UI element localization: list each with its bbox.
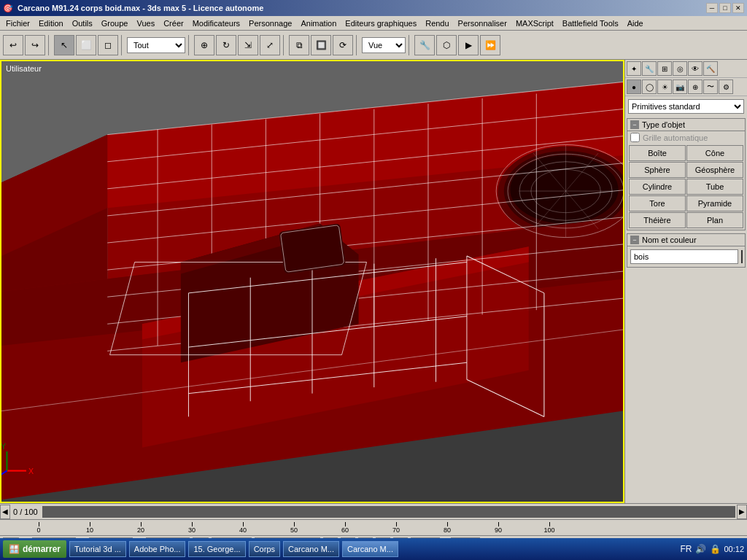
- nom-couleur-collapse[interactable]: −: [630, 236, 639, 244]
- ruler-tick-20: 20: [115, 522, 166, 534]
- menu-item-battlefield-tools[interactable]: Battlefield Tools: [558, 18, 623, 29]
- taskbar-tutorial[interactable]: Tutorial 3d ...: [69, 541, 126, 557]
- geometry-icon[interactable]: ●: [627, 79, 641, 94]
- toolbar-separator-2: [121, 35, 124, 55]
- spacewarps-icon[interactable]: 〜: [703, 79, 718, 94]
- menu-item-personnage[interactable]: Personnage: [244, 18, 296, 29]
- ruler-tick-100: 100: [524, 522, 575, 534]
- render-button[interactable]: ▶: [458, 35, 479, 55]
- redo-button[interactable]: ↪: [25, 35, 45, 55]
- view-dropdown[interactable]: Vue: [362, 37, 406, 53]
- object-name-input[interactable]: [630, 249, 738, 264]
- theiere-button[interactable]: Théière: [629, 212, 686, 228]
- scale-button[interactable]: ⇲: [238, 35, 258, 55]
- plan-button[interactable]: Plan: [686, 212, 743, 228]
- utility-icon[interactable]: 🔨: [703, 61, 718, 76]
- close-button[interactable]: ✕: [732, 3, 744, 13]
- taskbar-time: 00:12: [724, 545, 744, 553]
- menu-item-animation[interactable]: Animation: [296, 18, 341, 29]
- quick-render-button[interactable]: ⏩: [480, 35, 500, 55]
- menu-item-maxscript[interactable]: MAXScript: [511, 18, 558, 29]
- tore-button[interactable]: Tore: [629, 195, 686, 211]
- lights-icon[interactable]: ☀: [657, 79, 672, 94]
- cylindre-button[interactable]: Cylindre: [629, 179, 686, 195]
- taskbar-george[interactable]: 15. George...: [188, 541, 245, 557]
- angle-snap-button[interactable]: ⟳: [333, 35, 353, 55]
- auto-grid-row: Grille automatique: [627, 131, 745, 144]
- cameras-icon[interactable]: 📷: [673, 79, 687, 94]
- timeline-prev[interactable]: ◀: [0, 505, 10, 519]
- sphere-button[interactable]: Sphère: [629, 162, 686, 178]
- timeline-area: ◀ 0 / 100 ▶: [0, 503, 747, 519]
- ruler-tick-90: 90: [473, 522, 524, 534]
- mirror-button[interactable]: ⤢: [260, 35, 280, 55]
- menu-item-fichier[interactable]: Fichier: [1, 18, 34, 29]
- ruler-tick-60: 60: [320, 522, 371, 534]
- modify-icon[interactable]: 🔧: [642, 61, 657, 76]
- start-icon: 🪟: [9, 544, 20, 554]
- timeline-next[interactable]: ▶: [737, 505, 747, 519]
- taskbar-adobe[interactable]: Adobe Pho...: [129, 541, 186, 557]
- shapes-icon[interactable]: ◯: [642, 79, 657, 94]
- ruler-tick-70: 70: [371, 522, 422, 534]
- rotate-button[interactable]: ↻: [216, 35, 236, 55]
- auto-grid-checkbox[interactable]: [630, 133, 640, 142]
- select-region-button[interactable]: ⬜: [76, 35, 96, 55]
- taskbar-corps[interactable]: Corps: [249, 541, 280, 557]
- motion-icon[interactable]: ◎: [673, 61, 687, 76]
- display-icon[interactable]: 👁: [688, 61, 703, 76]
- timeline-track[interactable]: [42, 506, 735, 518]
- primitives-dropdown[interactable]: Primitives standard: [628, 99, 744, 114]
- app-icon: 🎯: [3, 4, 13, 13]
- tout-dropdown[interactable]: Tout: [127, 37, 185, 53]
- move-button[interactable]: ⊕: [194, 35, 214, 55]
- geosphere-button[interactable]: Géosphère: [686, 162, 743, 178]
- viewport-label: Utilisateur: [6, 64, 42, 73]
- helpers-icon[interactable]: ⊕: [688, 79, 703, 94]
- menu-item-groupe[interactable]: Groupe: [97, 18, 133, 29]
- pyramide-button[interactable]: Pyramide: [686, 195, 743, 211]
- taskbar-carcano1[interactable]: Carcano M...: [283, 541, 339, 557]
- snap-button[interactable]: 🔲: [311, 35, 331, 55]
- undo-button[interactable]: ↩: [3, 35, 23, 55]
- frame-display: 0 / 100: [10, 508, 41, 516]
- scene-container: X Y Z: [1, 61, 623, 502]
- taskbar-carcano2[interactable]: Carcano M...: [342, 541, 398, 557]
- lasso-button[interactable]: ◻: [98, 35, 118, 55]
- render-setup-button[interactable]: 🔧: [414, 35, 435, 55]
- hierarchy-icon[interactable]: ⊞: [657, 61, 672, 76]
- window-title: Carcano M91.24 corps boid.max - 3ds max …: [18, 4, 263, 12]
- tray-icon1: 🔊: [694, 543, 706, 555]
- maximize-button[interactable]: □: [719, 3, 731, 13]
- menu-item-editeurs-graphiques[interactable]: Editeurs graphiques: [341, 18, 421, 29]
- title-bar: 🎯 Carcano M91.24 corps boid.max - 3ds ma…: [0, 0, 747, 16]
- menu-item-aide[interactable]: Aide: [623, 18, 648, 29]
- primitives-dropdown-row: Primitives standard: [625, 96, 747, 117]
- cone-button[interactable]: Cône: [686, 145, 743, 161]
- menu-item-créer[interactable]: Créer: [159, 18, 188, 29]
- toolbar-separator-4: [283, 35, 286, 55]
- select-button[interactable]: ↖: [54, 35, 74, 55]
- type-objet-collapse[interactable]: −: [630, 120, 639, 129]
- create-icon[interactable]: ✦: [627, 61, 641, 76]
- toolbar-separator-5: [356, 35, 359, 55]
- align-button[interactable]: ⧉: [289, 35, 309, 55]
- panel-icons-row1: ✦ 🔧 ⊞ ◎ 👁 🔨: [625, 60, 747, 78]
- start-button[interactable]: 🪟 démarrer: [3, 540, 66, 558]
- svg-text:X: X: [28, 467, 34, 475]
- menu-item-rendu[interactable]: Rendu: [421, 18, 453, 29]
- menu-item-edition[interactable]: Edition: [34, 18, 68, 29]
- boite-button[interactable]: Boîte: [629, 145, 686, 161]
- type-objet-title: Type d'objet: [642, 120, 685, 129]
- color-swatch[interactable]: [741, 250, 743, 263]
- tube-button[interactable]: Tube: [686, 179, 743, 195]
- menu-item-personnaliser[interactable]: Personnaliser: [454, 18, 511, 29]
- systems-icon[interactable]: ⚙: [719, 79, 733, 94]
- viewport[interactable]: Utilisateur: [0, 60, 624, 503]
- menu-item-modificateurs[interactable]: Modificateurs: [188, 18, 244, 29]
- menu-item-vues[interactable]: Vues: [132, 18, 159, 29]
- right-panel: ✦ 🔧 ⊞ ◎ 👁 🔨 ● ◯ ☀ 📷 ⊕ 〜 ⚙ Primitives sta…: [624, 60, 747, 503]
- minimize-button[interactable]: ─: [706, 3, 718, 13]
- material-editor-button[interactable]: ⬡: [436, 35, 457, 55]
- menu-item-outils[interactable]: Outils: [68, 18, 97, 29]
